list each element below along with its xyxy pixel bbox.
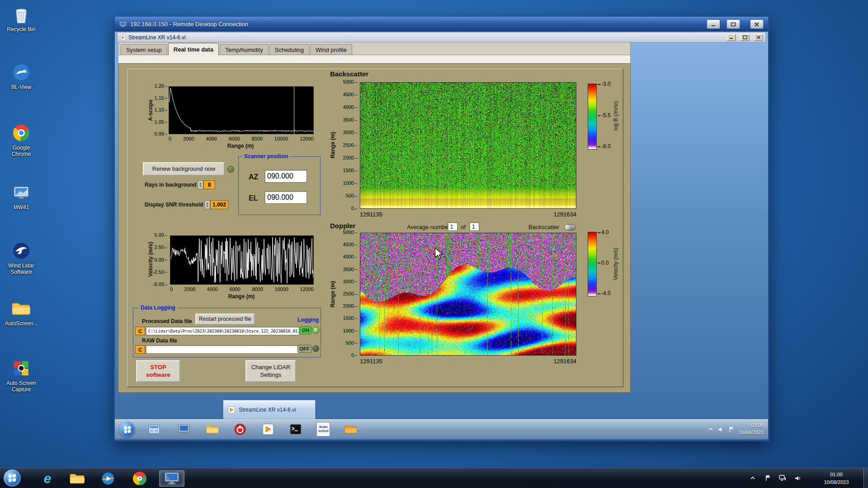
scan-sched-line2: sched [318,429,328,433]
desktop-icon-google-chrome[interactable]: Google Chrome [0,123,42,158]
velocity-x-tick: 12000 [300,286,314,292]
taskbar-chrome[interactable] [129,470,150,487]
tray-network-icon[interactable] [778,474,787,482]
velocity-x-tick: 10000 [274,286,288,292]
remote-quicklaunch-orange-folder[interactable] [343,422,359,437]
desktop-icon-bl-view[interactable]: BL-View [0,62,42,91]
taskbar-explorer[interactable] [67,470,88,487]
rdp-close-button[interactable] [750,19,764,29]
tray-chevron-icon[interactable] [708,427,713,432]
tray-flag-icon[interactable] [764,474,772,482]
tab-temp-humidity[interactable]: Temp/humidity [220,44,269,55]
vi-close-button[interactable] [754,34,763,41]
raw-logging-toggle[interactable]: OFF [297,345,311,353]
labview-icon [262,423,274,436]
backscatter-y-tick: 0 [351,206,357,211]
average-of-field[interactable]: 1 [469,222,479,231]
renew-background-led[interactable] [227,166,234,173]
tab-real-time-data[interactable]: Real time data [168,43,219,55]
rays-value-field[interactable]: 8 [203,180,215,189]
desktop-icon-auto-screen-capture[interactable]: Auto Screen Capture [0,358,42,393]
remote-quicklaunch-scan-sched[interactable]: Scan sched [316,422,331,437]
restart-processed-file-button[interactable]: Restart processed file [195,314,255,325]
tray-flag-icon[interactable] [729,427,734,432]
doppler-y-tick: 0 [351,352,357,358]
ie-icon: e [44,471,52,486]
doppler-y-tick: 1500 [343,315,357,321]
stop-line2: software [146,371,170,379]
tray-volume-icon[interactable] [794,474,802,482]
velocity-x-tick: 8000 [252,286,263,292]
renew-background-button[interactable]: Renew background now [143,162,225,176]
average-number-field[interactable]: 1 [448,222,458,231]
vi-maximize-button[interactable] [740,34,750,41]
desktop-icon-autoscreen[interactable]: AutoScreen... [0,299,42,327]
el-field[interactable]: 090.000 [264,191,307,204]
remote-quicklaunch-power[interactable] [232,422,248,437]
snr-value-field[interactable]: 1.002 [210,200,228,209]
taskbar-internet-explorer[interactable]: e [37,470,58,487]
raw-logging-led[interactable] [312,345,319,352]
remote-start-button[interactable] [119,422,135,437]
processed-logging-toggle[interactable]: ON [300,326,311,334]
velocity-x-tick: 6000 [229,286,240,292]
folder-icon [70,472,85,485]
desktop-icon-label: MW41 [14,205,29,211]
tray-volume-icon[interactable] [718,427,724,432]
remote-quicklaunch-explorer[interactable] [146,422,162,437]
backscatter-colorbar-tick: -5.5 [598,112,611,118]
vi-minimize-button[interactable] [726,34,736,41]
vi-window-title: StreamLine XR v14-6.vi [128,34,186,41]
vi-titlebar[interactable]: StreamLine XR v14-6.vi [117,32,766,42]
settings-line1: Change LiDAR [251,364,291,371]
stop-software-button[interactable]: STOP software [136,360,180,382]
taskbar-rdp-active[interactable] [159,470,184,487]
tab-system-setup[interactable]: System setup [121,44,167,55]
doppler-y-tick: 1000 [343,328,357,333]
host-start-button[interactable] [4,469,21,487]
remote-quicklaunch-terminal[interactable] [288,422,303,437]
snr-threshold-label: Display SNR threshold [145,202,203,208]
az-label: AZ [249,173,258,181]
doppler-colorbar-label: Velocity (m/s) [613,239,619,289]
processed-logging-led[interactable] [312,327,319,333]
raw-path-field[interactable] [146,345,299,354]
wind-lidar-icon [12,241,30,261]
tray-chevron-icon[interactable] [749,474,757,482]
desktop-icon-mw41[interactable]: MW41 [0,183,42,211]
snr-spinner[interactable]: ▲▼ [204,200,210,209]
remote-quicklaunch-monitor[interactable] [176,422,192,437]
ascope-y-tick: 0.99 [155,131,167,136]
az-field[interactable]: 090.000 [264,170,307,183]
backscatter-y-ticks: 5000450040003500300025002000150010005000 [338,79,357,211]
rdp-titlebar[interactable]: 192.168.0.150 - Remote Desktop Connectio… [115,17,768,32]
remote-quicklaunch-labview[interactable] [260,422,276,437]
recycle-bin-icon [13,5,29,24]
processed-path-field[interactable]: C:\Lidar\Data\Proc\2023\202308\20230810\… [146,327,299,335]
ascope-x-tick: 0 [169,136,171,141]
show-desktop-button[interactable] [863,468,868,488]
tab-wind-profile[interactable]: Wind profile [310,44,352,55]
backscatter-display-toggle[interactable] [564,224,576,230]
taskbar-media-player[interactable] [98,470,118,487]
velocity-x-axis-label: Range (m) [217,293,266,300]
rdp-maximize-button[interactable] [726,19,740,29]
processed-drive-selector[interactable]: C [135,327,145,335]
desktop-icon-wind-lidar[interactable]: Wind Lidar Software [0,241,42,276]
rays-spinner[interactable]: ▲▼ [198,180,203,189]
streamline-window: StreamLine XR v14-6.vi System setup Real… [117,32,766,393]
raw-drive-selector[interactable]: C [135,345,145,354]
desktop-icon-label: Wind Lidar Software [3,263,40,276]
tab-scheduling[interactable]: Scheduling [269,44,309,55]
change-lidar-settings-button[interactable]: Change LiDAR Settings [245,360,296,382]
rdp-minimize-button[interactable] [707,19,720,29]
rdp-window: 192.168.0.150 - Remote Desktop Connectio… [113,17,769,441]
backscatter-y-tick: 5000 [343,79,357,84]
remote-clock[interactable]: 01:00 10/08/2023 [739,422,764,436]
taskbar-button-streamline[interactable]: StreamLine XR v14-6.vi [223,400,316,419]
backscatter-colorbar-tick: -8.0 [598,143,611,150]
remote-quicklaunch-folder[interactable] [205,422,220,437]
desktop-icon-recycle-bin[interactable]: Recycle Bin [0,5,42,33]
host-clock[interactable]: 01:00 10/08/2023 [814,471,859,486]
doppler-y-tick: 5000 [343,230,357,235]
